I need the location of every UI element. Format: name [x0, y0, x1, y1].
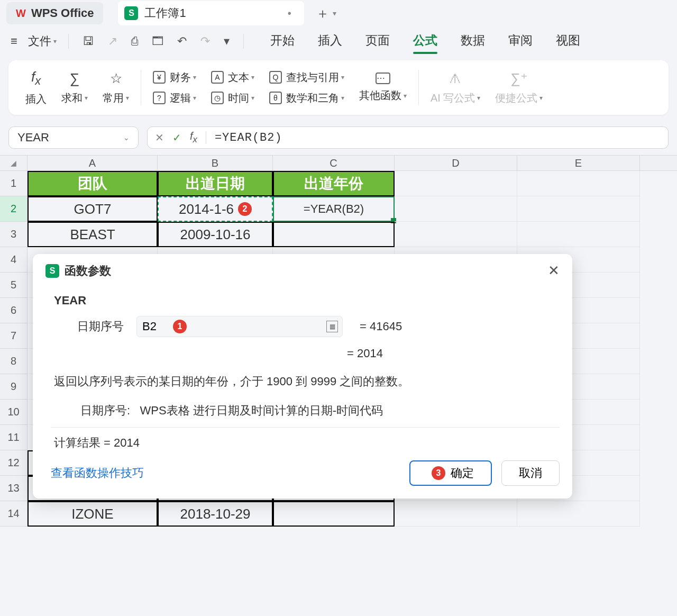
- title-bar: W WPS Office S 工作簿1 • ＋▾: [0, 0, 677, 26]
- insert-function-button[interactable]: fx 插入: [25, 69, 47, 106]
- row-header[interactable]: 6: [0, 298, 28, 323]
- cell[interactable]: [273, 222, 395, 247]
- print-icon[interactable]: ⎙: [126, 32, 143, 50]
- finance-button[interactable]: ¥财务▾: [153, 70, 196, 85]
- cell[interactable]: 出道日期: [158, 171, 273, 196]
- tab-insert[interactable]: 插入: [318, 32, 342, 51]
- row-header[interactable]: 5: [0, 273, 28, 298]
- redo-icon[interactable]: ↷: [195, 32, 215, 50]
- undo-icon[interactable]: ↶: [172, 32, 192, 50]
- cell[interactable]: [395, 222, 517, 247]
- close-button[interactable]: ✕: [548, 262, 560, 279]
- name-box-value: YEAR: [17, 131, 49, 144]
- row-header[interactable]: 12: [0, 450, 28, 476]
- col-header-e[interactable]: E: [517, 156, 640, 170]
- cell[interactable]: [517, 222, 640, 247]
- row-header[interactable]: 1: [0, 171, 28, 196]
- document-tab[interactable]: S 工作簿1 •: [118, 1, 304, 25]
- app-name: WPS Office: [31, 6, 94, 20]
- row-header[interactable]: 11: [0, 425, 28, 450]
- ribbon: fx 插入 ∑ 求和▾ ☆ 常用▾ ¥财务▾ ?逻辑▾ A文本▾ ◷时间▾ Q查: [8, 60, 669, 115]
- star-icon: ☆: [110, 70, 122, 87]
- cell-reference[interactable]: 2014-1-6 2: [158, 196, 273, 222]
- cell[interactable]: [395, 196, 517, 222]
- row-header[interactable]: 3: [0, 222, 28, 247]
- sheet-icon: S: [124, 6, 138, 20]
- row-header[interactable]: 13: [0, 476, 28, 501]
- divider: [51, 427, 560, 428]
- row-header[interactable]: 14: [0, 501, 28, 527]
- param-input[interactable]: 1 ▦: [136, 316, 343, 337]
- col-header-a[interactable]: A: [28, 156, 158, 170]
- hamburger-icon[interactable]: ≡: [6, 32, 22, 50]
- col-header-b[interactable]: B: [158, 156, 273, 170]
- cell[interactable]: GOT7: [28, 196, 158, 222]
- sigma-icon: ∑: [70, 70, 80, 87]
- ai-formula-button[interactable]: ⩚ AI 写公式▾: [431, 70, 480, 105]
- preview-icon[interactable]: 🗔: [147, 32, 169, 50]
- cell[interactable]: 团队: [28, 171, 158, 196]
- tab-data[interactable]: 数据: [461, 32, 485, 51]
- tab-formula[interactable]: 公式: [413, 32, 437, 51]
- select-all-corner[interactable]: ◢: [0, 156, 28, 170]
- lookup-button[interactable]: Q查找与引用▾: [269, 70, 344, 85]
- new-tab-button[interactable]: ＋▾: [316, 4, 336, 23]
- tab-page[interactable]: 页面: [365, 32, 390, 51]
- param-value-input[interactable]: [142, 320, 163, 333]
- formula-bar[interactable]: ✕ ✓ fx =YEAR(B2): [147, 126, 669, 149]
- chevron-down-icon: ▾: [333, 9, 336, 17]
- formula-input[interactable]: =YEAR(B2): [215, 131, 282, 144]
- save-icon[interactable]: 🖫: [77, 32, 99, 50]
- active-cell[interactable]: =YEAR(B2): [273, 196, 395, 222]
- range-picker-icon[interactable]: ▦: [326, 321, 338, 332]
- workbook-name: 工作簿1: [144, 5, 186, 21]
- tab-start[interactable]: 开始: [270, 32, 295, 51]
- help-link[interactable]: 查看函数操作技巧: [51, 465, 144, 481]
- cell[interactable]: 2018-10-29: [158, 501, 273, 527]
- cell[interactable]: [517, 196, 640, 222]
- cell[interactable]: [273, 501, 395, 527]
- cell[interactable]: [517, 171, 640, 196]
- fx-icon[interactable]: fx: [190, 130, 197, 145]
- row-header[interactable]: 10: [0, 400, 28, 425]
- cell[interactable]: 2009-10-16: [158, 222, 273, 247]
- cell[interactable]: IZONE: [28, 501, 158, 527]
- confirm-icon[interactable]: ✓: [172, 131, 181, 144]
- cell[interactable]: 出道年份: [273, 171, 395, 196]
- ai-icon: ⩚: [449, 70, 462, 87]
- ellipsis-icon: ⋯: [376, 73, 390, 84]
- row-header[interactable]: 9: [0, 374, 28, 400]
- quick-formula-button[interactable]: ∑⁺ 便捷公式▾: [495, 70, 543, 105]
- share-icon[interactable]: ↗: [103, 32, 123, 50]
- tab-review[interactable]: 审阅: [508, 32, 533, 51]
- clock-icon: ◷: [211, 92, 224, 104]
- separator: [68, 34, 69, 49]
- sum-button[interactable]: ∑ 求和▾: [61, 70, 88, 105]
- cell[interactable]: [395, 171, 517, 196]
- cancel-button[interactable]: 取消: [501, 460, 560, 486]
- row-header[interactable]: 2: [0, 196, 28, 222]
- cell[interactable]: BEAST: [28, 222, 158, 247]
- cancel-icon[interactable]: ✕: [155, 131, 164, 144]
- time-button[interactable]: ◷时间▾: [211, 91, 254, 105]
- logic-button[interactable]: ?逻辑▾: [153, 91, 196, 105]
- common-button[interactable]: ☆ 常用▾: [103, 70, 129, 105]
- yen-icon: ¥: [153, 71, 166, 84]
- col-header-c[interactable]: C: [273, 156, 395, 170]
- name-box[interactable]: YEAR ⌄: [8, 126, 139, 149]
- row-header[interactable]: 8: [0, 349, 28, 374]
- tab-view[interactable]: 视图: [556, 32, 580, 51]
- math-button[interactable]: θ数学和三角▾: [269, 91, 344, 105]
- chevron-down-icon[interactable]: ▾: [218, 32, 235, 50]
- param-hint-label: 日期序号:: [80, 404, 130, 417]
- ok-button[interactable]: 3 确定: [409, 460, 492, 486]
- chevron-down-icon: ⌄: [123, 133, 130, 142]
- col-header-d[interactable]: D: [395, 156, 517, 170]
- file-menu[interactable]: 文件▾: [25, 31, 60, 51]
- sigma-plus-icon: ∑⁺: [510, 70, 528, 87]
- other-functions-button[interactable]: ⋯ 其他函数▾: [359, 73, 407, 103]
- row-header[interactable]: 7: [0, 323, 28, 349]
- text-button[interactable]: A文本▾: [211, 70, 254, 85]
- dialog-title: 函数参数: [65, 263, 543, 279]
- row-header[interactable]: 4: [0, 247, 28, 273]
